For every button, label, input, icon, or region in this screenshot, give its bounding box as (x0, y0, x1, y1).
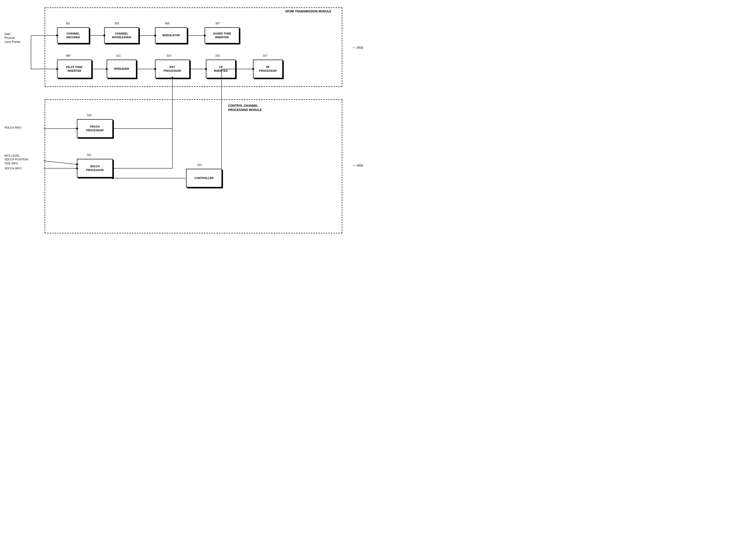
sdcch-processor-block: SDCCH PROCESSOR (77, 159, 113, 178)
ref-309: 309 (66, 54, 70, 57)
ref-323: 323 (197, 163, 202, 166)
controller-block: CONTROLLER (186, 169, 222, 187)
channel-interleaver-block: CHANNEL INTERLEAVER (104, 27, 139, 43)
ifft-processor-block: IFFT PROCESSOR (155, 60, 190, 78)
ref-311: 311 (116, 54, 121, 57)
diagram: OFDM TRANSMISSION MODULE — 300a CONTROL … (0, 0, 378, 280)
ofdm-module-label: OFDM TRANSMISSION MODULE (285, 9, 331, 14)
ref-303: 303 (114, 22, 119, 25)
modulator-block: MODULATOR (155, 27, 187, 43)
pdcch-info-label: PDCCH INFO (4, 126, 21, 129)
channel-encoder-block: CHANNEL ENCODER (57, 27, 89, 43)
guard-tone-inserter-block: GUARD TONE INSERTER (205, 27, 239, 43)
rf-processor-block: RF PROCESSOR (253, 60, 283, 78)
ref-319: 319 (87, 114, 91, 117)
cp-inserter-block: CP INSERTER (206, 60, 236, 78)
module-bottom-ref: — 300b (353, 164, 363, 167)
control-module-label: CONTROL CHANNELPROCESSING MODULE (228, 104, 262, 112)
module-top-ref: — 300a (353, 46, 363, 49)
ref-305: 305 (165, 22, 169, 25)
ref-315: 315 (215, 54, 220, 57)
ref-317: 317 (263, 54, 267, 57)
ref-313: 313 (167, 54, 171, 57)
ref-301: 301 (66, 22, 70, 25)
input-data-label: DataPhysicalLayer Packet (4, 32, 20, 44)
sdcch-info-label: SDCCH INFO (4, 167, 21, 170)
ref-307: 307 (215, 22, 220, 25)
pdcch-processor-block: PDCCH PROCESSOR (77, 119, 113, 138)
pilot-tone-inserter-block: PILOT TONE INSERTER (57, 60, 92, 78)
spreader-block: SPREADER (107, 60, 136, 78)
ref-321: 321 (87, 154, 91, 156)
mcs-level-label: MCS LEVELSDCCH POSITION,SIZE INFO (4, 154, 29, 165)
